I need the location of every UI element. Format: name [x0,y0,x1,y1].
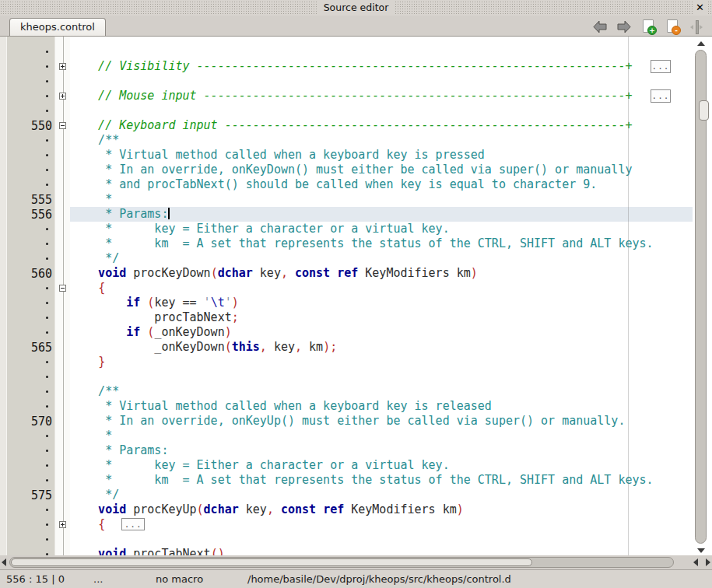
code-line[interactable]: * In an override, onKeyUp() must either … [70,414,693,429]
current-code-line[interactable]: * Params: [70,207,693,222]
fold-toggle-plus-icon[interactable] [59,93,66,100]
editor-toolbar: + - [592,19,704,34]
scroll-down-arrow-icon[interactable] [697,548,705,553]
code-line[interactable]: */ [70,251,693,266]
code-line[interactable]: void procTabNext() [70,547,693,555]
code-token: * Virtual method called when a keyboard … [70,399,492,413]
go-forward-button[interactable] [616,19,632,34]
fold-toggle-minus-icon[interactable] [59,285,66,292]
line-dot [7,74,52,89]
code-line[interactable]: * km = A set that represents the status … [70,473,693,488]
code-token: // Mouse input -------------------------… [70,89,632,103]
code-token: * In an override, onKeyDown() must eithe… [70,163,632,177]
code-line[interactable]: * km = A set that represents the status … [70,236,693,251]
code-token: , [295,340,302,354]
scroll-right-arrow-icon[interactable] [706,558,710,566]
line-dot [7,532,52,547]
close-icon[interactable]: ✕ [693,0,707,16]
code-token: */ [70,251,119,265]
line-number: 575 [7,488,52,502]
fold-toggle-plus-icon[interactable] [59,63,66,70]
go-back-button[interactable] [592,19,608,34]
code-line[interactable] [70,532,693,547]
code-line[interactable]: void procKeyUp(dchar key, const ref KeyM… [70,502,693,517]
code-line[interactable] [70,44,693,59]
code-token: procKeyUp [126,502,196,516]
vertical-scrollbar-track[interactable] [695,50,707,544]
code-line[interactable]: * [70,192,693,207]
code-area[interactable]: // Visibility --------------------------… [70,37,693,555]
code-line[interactable]: if (key == '\t') [70,296,693,310]
code-line[interactable]: // Visibility --------------------------… [70,59,693,74]
line-dot [7,355,52,369]
line-dot [7,133,52,148]
code-line[interactable] [70,103,693,118]
line-number: 555 [7,192,52,207]
code-line[interactable]: */ [70,488,693,502]
line-dot-icon [46,169,48,171]
code-line[interactable]: * [70,429,693,443]
code-line[interactable]: * key = Either a character or a virtual … [70,458,693,473]
code-token: ' [204,296,211,310]
editor-area[interactable]: 550555556560565570575 // Visibility ----… [0,37,712,555]
code-token: ) [232,296,239,310]
code-token: key == [154,296,203,310]
code-line[interactable]: { [70,281,693,296]
code-token: const [295,266,330,280]
code-line[interactable]: // Mouse input -------------------------… [70,89,693,103]
close-document-button[interactable]: - [665,19,680,34]
horizontal-scrollbar-track[interactable] [9,557,674,568]
code-line[interactable]: * and procTabNext() should be called whe… [70,177,693,192]
code-token [140,325,147,339]
line-dot-icon [46,538,48,541]
code-line[interactable]: // Keyboard input ----------------------… [70,118,693,133]
scroll-left-arrow-icon[interactable] [2,558,6,566]
vertical-scrollbar[interactable] [693,37,710,555]
fold-toggle-minus-icon[interactable] [59,122,66,129]
horizontal-scrollbar-thumb[interactable] [11,558,532,566]
code-line[interactable]: _onKeyDown(this, key, km); [70,340,693,355]
line-dot-icon [46,523,48,526]
code-token: ( [211,266,218,280]
code-line[interactable]: {... [70,517,693,532]
horizontal-scrollbar[interactable] [0,555,712,569]
code-line[interactable]: /** [70,133,693,148]
code-line[interactable]: * In an override, onKeyDown() must eithe… [70,163,693,177]
line-dot-icon [46,302,48,304]
code-token: void [70,266,126,280]
code-line[interactable]: void procKeyDown(dchar key, const ref Ke… [70,266,693,281]
code-line[interactable]: * Params: [70,443,693,458]
line-dot-icon [46,65,48,68]
code-line[interactable]: procTabNext; [70,310,693,325]
split-view-button[interactable] [689,19,704,34]
code-line[interactable]: * key = Either a character or a virtual … [70,222,693,236]
line-dot-icon [46,435,48,437]
tab-kheops-control[interactable]: kheops.control [9,18,106,36]
code-token: , [281,266,288,280]
splitter-icon [696,20,699,34]
folded-code-ellipsis[interactable]: ... [651,89,671,103]
folded-code-ellipsis[interactable]: ... [651,60,671,73]
code-line[interactable]: * Virtual method called when a keyboard … [70,399,693,414]
code-line[interactable] [70,74,693,89]
split-left-arrow-icon [690,25,693,30]
code-line[interactable]: * Virtual method called when a keyboard … [70,148,693,163]
code-line[interactable]: if (_onKeyDown) [70,325,693,340]
code-line[interactable] [70,369,693,384]
code-line[interactable]: } [70,355,693,369]
scroll-left-arrow-icon[interactable] [693,558,698,566]
fold-toggle-plus-icon[interactable] [59,521,66,528]
code-token: * key = Either a character or a virtual … [70,222,450,236]
folded-code-ellipsis[interactable]: ... [121,518,145,530]
line-dot [7,502,52,517]
line-number: 550 [7,118,52,133]
vertical-scrollbar-thumb[interactable] [699,100,709,121]
new-document-button[interactable]: + [640,19,656,34]
line-dot [7,547,52,555]
line-number: 560 [7,266,52,281]
line-dot-icon [46,243,48,245]
code-token: ( [225,340,232,354]
scroll-up-arrow-icon[interactable] [697,41,705,46]
window-title: Source editor [317,0,395,16]
code-line[interactable]: /** [70,384,693,399]
